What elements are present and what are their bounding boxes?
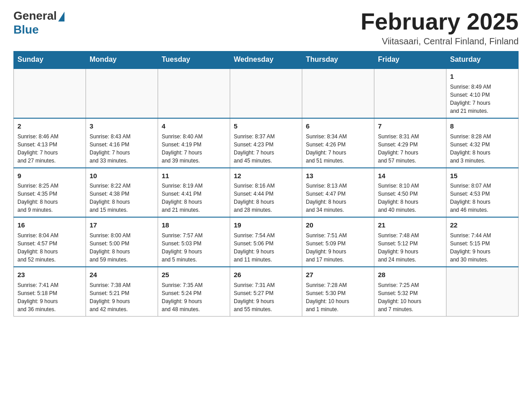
logo: General Blue <box>13 9 64 37</box>
table-row: 6Sunrise: 8:34 AMSunset: 4:26 PMDaylight… <box>302 118 374 168</box>
day-number: 7 <box>378 121 442 131</box>
month-title: February 2025 <box>360 9 519 34</box>
day-number: 20 <box>306 220 370 230</box>
day-number: 27 <box>306 270 370 280</box>
day-number: 14 <box>378 171 442 181</box>
day-number: 2 <box>17 121 82 131</box>
table-row: 18Sunrise: 7:57 AMSunset: 5:03 PMDayligh… <box>158 217 230 267</box>
logo-general-text: General <box>13 9 57 23</box>
day-info: Sunrise: 8:49 AMSunset: 4:10 PMDaylight:… <box>450 83 515 115</box>
table-row: 20Sunrise: 7:51 AMSunset: 5:09 PMDayligh… <box>302 217 374 267</box>
day-number: 26 <box>234 270 298 280</box>
header-wednesday: Wednesday <box>230 51 302 68</box>
header-monday: Monday <box>86 51 158 68</box>
table-row: 9Sunrise: 8:25 AMSunset: 4:35 PMDaylight… <box>14 168 86 218</box>
header-thursday: Thursday <box>302 51 374 68</box>
day-info: Sunrise: 8:19 AMSunset: 4:41 PMDaylight:… <box>162 182 226 214</box>
day-number: 16 <box>17 220 82 230</box>
day-info: Sunrise: 8:34 AMSunset: 4:26 PMDaylight:… <box>306 133 370 165</box>
day-number: 17 <box>90 220 154 230</box>
logo-triangle-icon <box>58 12 64 21</box>
day-info: Sunrise: 7:28 AMSunset: 5:30 PMDaylight:… <box>306 281 370 313</box>
day-info: Sunrise: 7:31 AMSunset: 5:27 PMDaylight:… <box>234 281 298 313</box>
day-number: 5 <box>234 121 298 131</box>
table-row: 17Sunrise: 8:00 AMSunset: 5:00 PMDayligh… <box>86 217 158 267</box>
logo-blue-text: Blue <box>13 23 39 37</box>
calendar-week-row: 1Sunrise: 8:49 AMSunset: 4:10 PMDaylight… <box>14 68 519 118</box>
day-number: 24 <box>90 270 154 280</box>
day-number: 10 <box>90 171 154 181</box>
day-info: Sunrise: 7:35 AMSunset: 5:24 PMDaylight:… <box>162 281 226 313</box>
day-info: Sunrise: 8:00 AMSunset: 5:00 PMDaylight:… <box>90 231 154 264</box>
table-row: 19Sunrise: 7:54 AMSunset: 5:06 PMDayligh… <box>230 217 302 267</box>
calendar-table: Sunday Monday Tuesday Wednesday Thursday… <box>13 51 519 317</box>
day-number: 8 <box>450 121 515 131</box>
calendar-header-row: Sunday Monday Tuesday Wednesday Thursday… <box>14 51 519 68</box>
header-saturday: Saturday <box>446 51 519 68</box>
table-row: 8Sunrise: 8:28 AMSunset: 4:32 PMDaylight… <box>446 118 519 168</box>
day-info: Sunrise: 8:37 AMSunset: 4:23 PMDaylight:… <box>234 133 298 165</box>
day-number: 25 <box>162 270 226 280</box>
page-header: General Blue February 2025 Viitasaari, C… <box>13 9 519 47</box>
table-row <box>158 68 230 118</box>
day-number: 19 <box>234 220 298 230</box>
calendar-week-row: 9Sunrise: 8:25 AMSunset: 4:35 PMDaylight… <box>14 168 519 218</box>
table-row: 4Sunrise: 8:40 AMSunset: 4:19 PMDaylight… <box>158 118 230 168</box>
day-info: Sunrise: 8:07 AMSunset: 4:53 PMDaylight:… <box>450 182 515 214</box>
day-info: Sunrise: 8:28 AMSunset: 4:32 PMDaylight:… <box>450 133 515 165</box>
table-row: 16Sunrise: 8:04 AMSunset: 4:57 PMDayligh… <box>14 217 86 267</box>
table-row: 23Sunrise: 7:41 AMSunset: 5:18 PMDayligh… <box>14 267 86 316</box>
day-number: 9 <box>17 171 82 181</box>
table-row <box>374 68 446 118</box>
table-row: 3Sunrise: 8:43 AMSunset: 4:16 PMDaylight… <box>86 118 158 168</box>
day-number: 11 <box>162 171 226 181</box>
location-text: Viitasaari, Central Finland, Finland <box>360 36 519 47</box>
day-info: Sunrise: 8:16 AMSunset: 4:44 PMDaylight:… <box>234 182 298 214</box>
header-tuesday: Tuesday <box>158 51 230 68</box>
table-row: 25Sunrise: 7:35 AMSunset: 5:24 PMDayligh… <box>158 267 230 316</box>
table-row <box>230 68 302 118</box>
day-info: Sunrise: 8:13 AMSunset: 4:47 PMDaylight:… <box>306 182 370 214</box>
day-info: Sunrise: 8:31 AMSunset: 4:29 PMDaylight:… <box>378 133 442 165</box>
day-number: 18 <box>162 220 226 230</box>
day-info: Sunrise: 8:25 AMSunset: 4:35 PMDaylight:… <box>17 182 82 214</box>
day-number: 4 <box>162 121 226 131</box>
table-row: 1Sunrise: 8:49 AMSunset: 4:10 PMDaylight… <box>446 68 519 118</box>
table-row: 7Sunrise: 8:31 AMSunset: 4:29 PMDaylight… <box>374 118 446 168</box>
day-number: 6 <box>306 121 370 131</box>
day-info: Sunrise: 8:43 AMSunset: 4:16 PMDaylight:… <box>90 133 154 165</box>
day-number: 3 <box>90 121 154 131</box>
table-row: 5Sunrise: 8:37 AMSunset: 4:23 PMDaylight… <box>230 118 302 168</box>
day-info: Sunrise: 8:22 AMSunset: 4:38 PMDaylight:… <box>90 182 154 214</box>
day-info: Sunrise: 8:10 AMSunset: 4:50 PMDaylight:… <box>378 182 442 214</box>
day-info: Sunrise: 7:54 AMSunset: 5:06 PMDaylight:… <box>234 231 298 264</box>
day-info: Sunrise: 7:57 AMSunset: 5:03 PMDaylight:… <box>162 231 226 264</box>
table-row: 27Sunrise: 7:28 AMSunset: 5:30 PMDayligh… <box>302 267 374 316</box>
table-row <box>14 68 86 118</box>
table-row: 13Sunrise: 8:13 AMSunset: 4:47 PMDayligh… <box>302 168 374 218</box>
table-row: 2Sunrise: 8:46 AMSunset: 4:13 PMDaylight… <box>14 118 86 168</box>
table-row: 11Sunrise: 8:19 AMSunset: 4:41 PMDayligh… <box>158 168 230 218</box>
day-number: 28 <box>378 270 442 280</box>
day-info: Sunrise: 7:51 AMSunset: 5:09 PMDaylight:… <box>306 231 370 264</box>
day-info: Sunrise: 8:46 AMSunset: 4:13 PMDaylight:… <box>17 133 82 165</box>
day-info: Sunrise: 7:38 AMSunset: 5:21 PMDaylight:… <box>90 281 154 313</box>
day-number: 1 <box>450 72 515 81</box>
day-info: Sunrise: 7:44 AMSunset: 5:15 PMDaylight:… <box>450 231 515 264</box>
table-row: 22Sunrise: 7:44 AMSunset: 5:15 PMDayligh… <box>446 217 519 267</box>
header-sunday: Sunday <box>14 51 86 68</box>
table-row <box>86 68 158 118</box>
table-row: 24Sunrise: 7:38 AMSunset: 5:21 PMDayligh… <box>86 267 158 316</box>
title-section: February 2025 Viitasaari, Central Finlan… <box>360 9 519 47</box>
table-row: 21Sunrise: 7:48 AMSunset: 5:12 PMDayligh… <box>374 217 446 267</box>
header-friday: Friday <box>374 51 446 68</box>
day-number: 13 <box>306 171 370 181</box>
table-row: 12Sunrise: 8:16 AMSunset: 4:44 PMDayligh… <box>230 168 302 218</box>
day-info: Sunrise: 8:40 AMSunset: 4:19 PMDaylight:… <box>162 133 226 165</box>
day-info: Sunrise: 7:41 AMSunset: 5:18 PMDaylight:… <box>17 281 82 313</box>
day-number: 12 <box>234 171 298 181</box>
table-row: 10Sunrise: 8:22 AMSunset: 4:38 PMDayligh… <box>86 168 158 218</box>
table-row: 15Sunrise: 8:07 AMSunset: 4:53 PMDayligh… <box>446 168 519 218</box>
day-info: Sunrise: 7:48 AMSunset: 5:12 PMDaylight:… <box>378 231 442 264</box>
day-info: Sunrise: 8:04 AMSunset: 4:57 PMDaylight:… <box>17 231 82 264</box>
